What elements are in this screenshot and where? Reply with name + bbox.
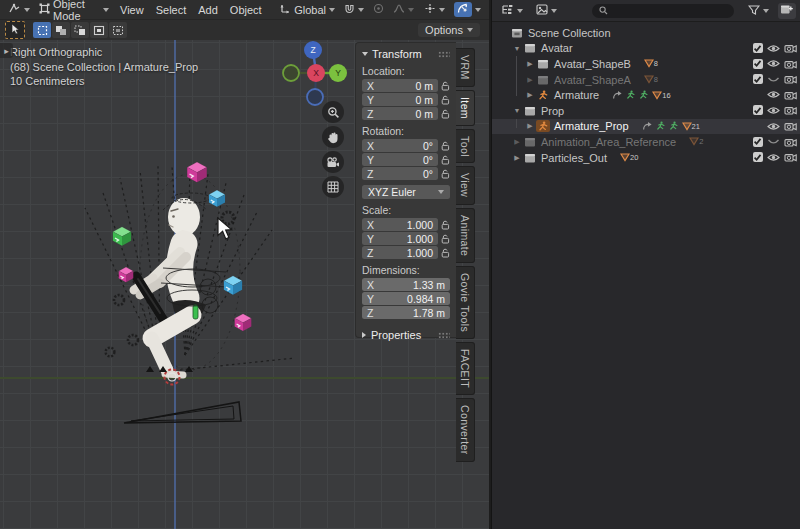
lock-toggle[interactable] (441, 141, 450, 151)
render-camera-toggle[interactable] (784, 121, 797, 132)
lock-toggle[interactable] (441, 234, 450, 244)
hide-eye-toggle[interactable] (767, 105, 780, 116)
rotation-y-field[interactable]: Y0° (362, 153, 438, 166)
outliner-row-prop[interactable]: ▼ Prop (492, 103, 800, 119)
render-camera-toggle[interactable] (784, 43, 797, 54)
viewport-canvas[interactable]: Right Orthographic (68) Scene Collection… (0, 40, 489, 529)
pan-hand-button[interactable] (322, 126, 344, 148)
exclude-checkbox[interactable] (751, 105, 764, 116)
render-camera-toggle[interactable] (784, 58, 797, 69)
lock-toggle[interactable] (441, 95, 450, 105)
hide-eye-toggle[interactable] (767, 121, 780, 132)
location-y-field[interactable]: Y0 m (362, 93, 438, 106)
hide-eye-toggle[interactable] (767, 89, 780, 100)
exclude-checkbox[interactable] (751, 136, 764, 147)
gizmo-axis-neg-y[interactable] (283, 65, 299, 81)
expand-down-icon[interactable]: ▼ (511, 45, 523, 52)
tab-govie-tools[interactable]: Govie Tools (456, 266, 475, 339)
expand-right-icon[interactable]: ▶ (524, 76, 536, 84)
properties-panel-header[interactable]: Properties (362, 329, 450, 341)
gizmo-axis-neg-z[interactable] (307, 89, 323, 105)
outliner-row-armature[interactable]: ▶ Armature 16 (492, 87, 800, 103)
menu-object[interactable]: Object (224, 4, 268, 16)
exclude-checkbox[interactable] (751, 152, 764, 163)
render-camera-toggle[interactable] (784, 152, 797, 163)
outliner-row-avatar[interactable]: ▼ Avatar (492, 41, 800, 57)
render-camera-toggle[interactable] (784, 74, 797, 85)
tweak-tool-button[interactable] (5, 21, 25, 39)
scale-x-field[interactable]: X1.000 (362, 218, 438, 231)
toggle-perspective-grid-button[interactable] (322, 176, 344, 198)
hide-eye-closed-toggle[interactable] (767, 136, 780, 147)
new-collection-button[interactable] (778, 3, 796, 19)
tab-converter[interactable]: Converter (456, 398, 475, 462)
outliner-search-input[interactable] (612, 4, 727, 17)
camera-view-button[interactable] (322, 151, 344, 173)
outliner-search[interactable] (592, 4, 734, 18)
show-overlays-toggle[interactable] (450, 1, 485, 18)
snapping-dropdown[interactable] (340, 2, 368, 17)
exclude-checkbox[interactable] (751, 58, 764, 69)
select-box-new-button[interactable] (33, 22, 51, 38)
expand-right-icon[interactable]: ▶ (511, 138, 523, 146)
location-x-field[interactable]: X0 m (362, 79, 438, 92)
outliner-row-animation-area-reference[interactable]: ▶ Animation_Area_Reference 2 (492, 134, 800, 150)
outliner-editor-type-button[interactable] (497, 3, 527, 18)
tab-vrm[interactable]: VRM (456, 48, 475, 87)
expand-down-icon[interactable]: ▼ (511, 107, 523, 114)
toolbar-expand-arrow[interactable]: ▸ (0, 43, 13, 58)
navigation-gizmo[interactable]: Z Y X (279, 40, 355, 110)
scale-y-field[interactable]: Y1.000 (362, 232, 438, 245)
mode-selector[interactable]: Object Mode (35, 0, 113, 23)
scale-z-field[interactable]: Z1.000 (362, 246, 438, 259)
lock-toggle[interactable] (441, 169, 450, 179)
exclude-checkbox[interactable] (751, 43, 764, 54)
outliner-row-avatar-shapeb[interactable]: ▶ Avatar_ShapeB 8 (492, 56, 800, 72)
lock-toggle[interactable] (441, 248, 450, 258)
select-box-invert-button[interactable] (90, 22, 108, 38)
hide-eye-toggle[interactable] (767, 152, 780, 163)
rotation-mode-dropdown[interactable]: XYZ Euler (362, 185, 450, 199)
tab-view[interactable]: View (456, 166, 475, 204)
hide-eye-toggle[interactable] (767, 58, 780, 69)
dimensions-y-field[interactable]: Y0.984 m (362, 292, 450, 305)
exclude-checkbox[interactable] (751, 74, 764, 85)
orientation-selector[interactable]: Global (276, 2, 339, 17)
select-box-subtract-button[interactable] (71, 22, 89, 38)
menu-add[interactable]: Add (192, 4, 224, 16)
editor-type-button[interactable] (4, 2, 34, 17)
select-box-intersect-button[interactable] (109, 22, 127, 38)
outliner-row-armature-prop[interactable]: ▶ Armature_Prop 21 (492, 119, 800, 135)
lock-toggle[interactable] (441, 81, 450, 91)
expand-right-icon[interactable]: ▶ (524, 91, 536, 99)
lock-toggle[interactable] (441, 220, 450, 230)
outliner-row-avatar-shapea[interactable]: ▶ Avatar_ShapeA 8 (492, 72, 800, 88)
tab-animate[interactable]: Animate (456, 208, 475, 263)
expand-right-icon[interactable]: ▶ (524, 60, 536, 68)
render-camera-toggle[interactable] (784, 136, 797, 147)
transform-panel-header[interactable]: Transform (362, 48, 450, 60)
tab-item[interactable]: Item (456, 90, 475, 126)
tab-faceit[interactable]: FACEIT (456, 342, 475, 395)
panel-grip-icon[interactable] (438, 51, 450, 58)
options-button[interactable]: Options (418, 23, 480, 37)
lock-toggle[interactable] (441, 109, 450, 119)
lock-toggle[interactable] (441, 155, 450, 165)
falloff-dropdown[interactable] (389, 2, 418, 17)
menu-view[interactable]: View (114, 4, 150, 16)
hide-eye-closed-toggle[interactable] (767, 74, 780, 85)
render-camera-toggle[interactable] (784, 89, 797, 100)
dimensions-x-field[interactable]: X1.33 m (362, 278, 450, 291)
tab-tool[interactable]: Tool (456, 129, 475, 164)
outliner-row-particles-out[interactable]: ▶ Particles_Out 20 (492, 150, 800, 166)
rotation-x-field[interactable]: X0° (362, 139, 438, 152)
expand-right-icon[interactable]: ▶ (524, 122, 536, 130)
dimensions-z-field[interactable]: Z1.78 m (362, 306, 450, 319)
zoom-button[interactable] (322, 101, 344, 123)
hide-eye-toggle[interactable] (767, 43, 780, 54)
outliner-row-scene-collection[interactable]: Scene Collection (492, 25, 800, 41)
menu-select[interactable]: Select (150, 4, 193, 16)
expand-right-icon[interactable]: ▶ (511, 154, 523, 162)
rotation-z-field[interactable]: Z0° (362, 167, 438, 180)
show-gizmos-dropdown[interactable] (420, 2, 449, 17)
